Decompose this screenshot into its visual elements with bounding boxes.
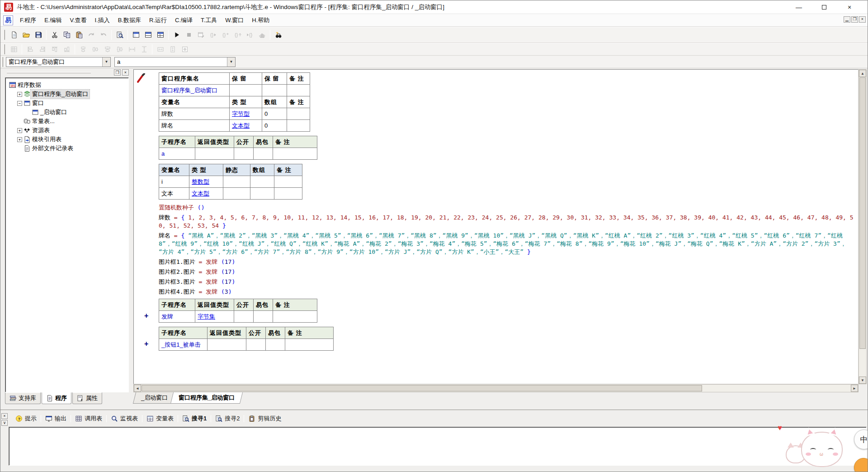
tree-expander-icon[interactable]: +	[17, 128, 22, 133]
code-statement-0[interactable]: 置随机数种子 ()	[159, 204, 854, 212]
dock-close-button[interactable]: ×	[122, 69, 129, 76]
table-cell[interactable]	[246, 339, 266, 351]
restore-button[interactable]	[814, 1, 834, 13]
output-tab-搜寻2[interactable]: 搜寻2	[211, 414, 244, 424]
menu-item-9[interactable]: H.帮助	[248, 14, 274, 26]
panel-splitter[interactable]	[129, 69, 133, 392]
menu-item-6[interactable]: C.编译	[171, 14, 197, 26]
table-cell[interactable]	[287, 85, 310, 96]
table-cell[interactable]	[266, 339, 285, 351]
table-cell[interactable]	[274, 188, 302, 200]
tree-item-1[interactable]: +窗口程序集_启动窗口	[6, 90, 127, 99]
code-statement-5[interactable]: 图片框3.图片 = 发牌 (17)	[159, 278, 854, 286]
code-statement-6[interactable]: 图片框4.图片 = 发牌 (3)	[159, 288, 854, 296]
table-cell[interactable]	[223, 188, 250, 200]
table-cell[interactable]	[234, 148, 254, 160]
tree-item-7[interactable]: 外部文件记录表	[6, 144, 127, 153]
view-form-button[interactable]	[142, 29, 154, 41]
help-find-button[interactable]: ?	[272, 29, 284, 41]
panel-tab-支持库[interactable]: 支持库	[5, 392, 41, 404]
output-pin-button[interactable]: ∨	[1, 420, 8, 426]
mdi-minimize-button[interactable]: ▁	[844, 16, 850, 23]
menu-item-2[interactable]: V.查看	[66, 14, 90, 26]
panel-tab-程序[interactable]: 程序	[42, 392, 71, 404]
table-cell[interactable]: i	[159, 176, 189, 188]
table-cell[interactable]: 整数型	[189, 176, 223, 188]
close-button[interactable]: ×	[840, 1, 859, 13]
output-content[interactable]: ♥ ω	[9, 427, 867, 466]
view-program-button[interactable]	[130, 29, 142, 41]
table-cell[interactable]	[254, 148, 273, 160]
table-cell[interactable]	[262, 85, 287, 96]
table-cell[interactable]: 0	[262, 120, 287, 132]
run-button[interactable]	[170, 29, 183, 41]
table-cell[interactable]	[287, 120, 310, 132]
type-link[interactable]: 文本型	[232, 122, 250, 129]
table-cell[interactable]	[250, 188, 274, 200]
mdi-restore-button[interactable]: ❒	[851, 16, 858, 23]
table-cell[interactable]: 牌数	[159, 108, 230, 120]
table-cell[interactable]	[285, 339, 334, 351]
view-split-button[interactable]	[154, 29, 166, 41]
output-tab-监视表[interactable]: 监视表	[107, 414, 142, 424]
table-cell[interactable]	[234, 311, 254, 323]
code-statement-3[interactable]: 图片框1.图片 = 发牌 (17)	[159, 258, 854, 266]
tree-expander-icon[interactable]: +	[17, 92, 22, 97]
table-cell[interactable]: 发牌	[159, 311, 195, 323]
table-cell[interactable]	[273, 311, 317, 323]
table-cell[interactable]	[195, 148, 234, 160]
editor-tab-1[interactable]: 窗口程序集_启动窗口	[170, 392, 243, 404]
editor-tab-0[interactable]: _启动窗口	[133, 392, 176, 404]
type-link[interactable]: 字节型	[232, 110, 250, 117]
scroll-left-arrow[interactable]: ◄	[134, 385, 141, 392]
dock-float-button[interactable]: ❒	[114, 69, 121, 76]
table-cell[interactable]	[223, 176, 250, 188]
new-file-button[interactable]	[8, 29, 20, 41]
table-cell[interactable]: 文本	[159, 188, 189, 200]
table-cell[interactable]	[254, 311, 273, 323]
table-cell[interactable]	[250, 176, 274, 188]
table-cell[interactable]	[230, 85, 262, 96]
member-combobox[interactable]: a ▼	[114, 57, 236, 67]
output-tab-输出[interactable]: 输出	[41, 414, 71, 424]
paste-button[interactable]	[73, 29, 85, 41]
menu-item-0[interactable]: F.程序	[16, 14, 40, 26]
table-cell[interactable]: 文本型	[230, 120, 262, 132]
menu-item-4[interactable]: B.数据库	[114, 14, 145, 26]
menu-item-7[interactable]: T.工具	[197, 14, 221, 26]
output-tab-变量表[interactable]: 变量表	[142, 414, 178, 424]
table-cell[interactable]: 字节型	[230, 108, 262, 120]
editor-content[interactable]: 窗口程序集名保 留保 留备 注窗口程序集_启动窗口变量名类 型数组备 注牌数字节…	[133, 69, 859, 384]
table-cell[interactable]: 牌名	[159, 120, 230, 132]
save-button[interactable]	[32, 29, 44, 41]
mdi-close-button[interactable]: ×	[859, 16, 866, 23]
menu-item-5[interactable]: R.运行	[145, 14, 171, 26]
table-cell[interactable]	[273, 148, 317, 160]
tree-item-5[interactable]: +资源表	[6, 126, 127, 135]
copy-button[interactable]	[61, 29, 73, 41]
fold-plus-icon[interactable]: +	[144, 340, 148, 348]
tree-expander-icon[interactable]: −	[17, 101, 22, 106]
table-cell[interactable]: a	[159, 148, 195, 160]
tree-item-2[interactable]: −窗口	[6, 99, 127, 108]
dock-drag-handle[interactable]	[7, 72, 91, 73]
chevron-down-icon[interactable]: ▼	[102, 57, 110, 67]
type-link[interactable]: 整数型	[192, 178, 209, 185]
code-statement-4[interactable]: 图片框2.图片 = 发牌 (17)	[159, 268, 854, 276]
menu-item-1[interactable]: E.编辑	[40, 14, 66, 26]
scroll-up-arrow[interactable]: ▲	[859, 70, 866, 77]
tree-item-3[interactable]: _启动窗口	[6, 108, 127, 117]
output-tab-剪辑历史[interactable]: 剪辑历史	[244, 414, 285, 424]
assembly-combobox[interactable]: 窗口程序集_启动窗口 ▼	[6, 57, 111, 67]
table-cell[interactable]: 字节集	[195, 311, 234, 323]
cut-button[interactable]	[48, 29, 61, 41]
scroll-right-arrow[interactable]: ►	[851, 385, 858, 392]
fold-plus-icon[interactable]: +	[144, 312, 148, 319]
table-cell[interactable]: 0	[262, 108, 287, 120]
output-tab-提示[interactable]: ?提示	[11, 414, 41, 424]
open-file-button[interactable]	[20, 29, 32, 41]
table-cell[interactable]	[208, 339, 246, 351]
panel-tab-属性[interactable]: 属性	[72, 392, 102, 404]
horizontal-scroll-thumb[interactable]	[142, 385, 702, 391]
output-tab-调用表[interactable]: 调用表	[71, 414, 106, 424]
